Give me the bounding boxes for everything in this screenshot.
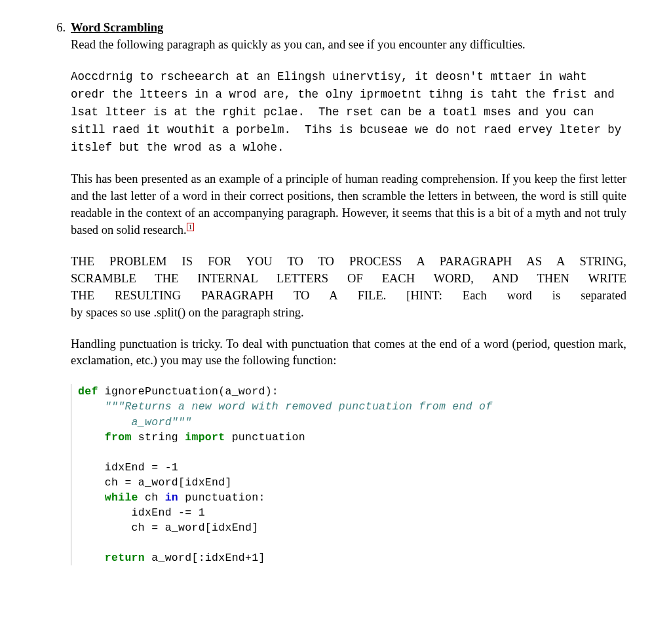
list-item: 6. Word Scrambling Read the following pa… <box>46 20 626 565</box>
footnote-marker: 1 <box>187 223 195 231</box>
scrambled-paragraph: Aoccdrnig to rscheearch at an Elingsh ui… <box>71 68 626 157</box>
keyword-def: def <box>78 385 98 398</box>
code-line: ch = a_word[idxEnd] <box>105 521 259 534</box>
item-body: Word Scrambling Read the following parag… <box>71 20 626 565</box>
item-number: 6. <box>46 20 71 37</box>
problem-statement: THE PROBLEM IS FOR YOU TO TO PROCESS A P… <box>71 254 626 322</box>
keyword-import: import <box>185 431 225 444</box>
keyword-from: from <box>105 431 132 444</box>
punctuation-paragraph: Handling punctuation is tricky. To deal … <box>71 336 626 370</box>
keyword-while: while <box>105 491 138 504</box>
code-text: a_word[:idxEnd+1] <box>145 552 265 564</box>
code-text: punctuation: <box>178 491 265 504</box>
section-title: Word Scrambling <box>71 20 626 37</box>
intro-paragraph: Read the following paragraph as quickly … <box>71 37 626 54</box>
code-block: def ignorePunctuation(a_word): """Return… <box>71 384 626 565</box>
problem-line: THE PROBLEM IS FOR YOU TO TO PROCESS A P… <box>71 254 626 271</box>
keyword-return: return <box>105 552 145 564</box>
code-line: ch = a_word[idxEnd] <box>105 476 232 489</box>
code-text: punctuation <box>225 431 305 444</box>
problem-line: SCRAMBLE THE INTERNAL LETTERS OF EACH WO… <box>71 271 626 288</box>
keyword-in: in <box>165 491 178 504</box>
code-text: ignorePunctuation(a_word): <box>98 385 278 398</box>
document-page: 6. Word Scrambling Read the following pa… <box>0 0 671 644</box>
problem-line: by spaces so use .split() on the paragra… <box>71 305 626 322</box>
code-line: idxEnd = -1 <box>105 461 178 474</box>
code-line: idxEnd -= 1 <box>105 506 205 519</box>
code-text: string <box>132 431 185 444</box>
code-text: ch <box>138 491 165 504</box>
problem-line: THE RESULTING PARAGRAPH TO A FILE. [HINT… <box>71 288 626 305</box>
explanation-text: This has been presented as an example of… <box>71 172 626 237</box>
docstring-line: """Returns a new word with removed punct… <box>105 400 493 413</box>
docstring-line: a_word""" <box>105 416 192 428</box>
explanation-paragraph: This has been presented as an example of… <box>71 171 626 239</box>
